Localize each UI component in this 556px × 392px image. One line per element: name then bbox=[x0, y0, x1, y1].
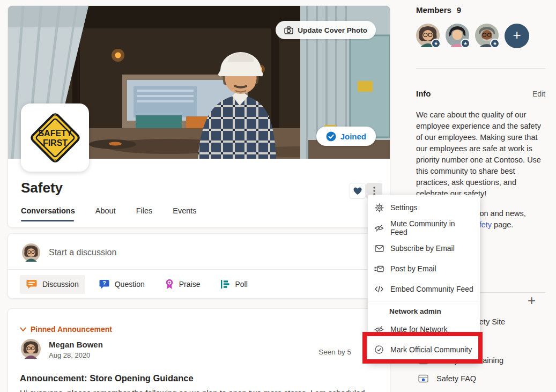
post-date: Aug 28, 2020 bbox=[49, 351, 90, 359]
composer-actions: Discussion ? Question Praise bbox=[20, 275, 254, 294]
community-header-card: Update Cover Photo Joined SAFETY FIRST bbox=[8, 5, 390, 228]
info-more-suffix: page. bbox=[492, 220, 513, 229]
menu-item-label: Subscribe by Email bbox=[390, 244, 455, 253]
post-title: Announcement: Store Opening Guidance bbox=[20, 373, 194, 383]
members-label: Members bbox=[416, 5, 451, 14]
logo-line1: SAFETY bbox=[38, 129, 72, 138]
joined-label: Joined bbox=[340, 132, 366, 141]
pinned-post-card: Pinned Announcement Megan Bowen Aug 28, … bbox=[8, 308, 390, 392]
add-pinned-link-button[interactable]: + bbox=[528, 293, 536, 307]
menu-section-network-admin: Network admin bbox=[368, 303, 480, 319]
add-member-button[interactable]: + bbox=[505, 24, 529, 48]
svg-text:?: ? bbox=[102, 280, 106, 286]
pinned-link-safety-faq[interactable]: Safety FAQ bbox=[418, 374, 476, 383]
start-discussion-input[interactable]: Start a discussion bbox=[49, 248, 116, 257]
avatar bbox=[22, 243, 40, 264]
poll-label: Poll bbox=[235, 280, 247, 289]
divider bbox=[8, 269, 391, 270]
members-count: 9 bbox=[457, 5, 461, 14]
logo-line2: FIRST bbox=[42, 138, 67, 147]
post-body: Hi everyone, please remember the followi… bbox=[20, 388, 379, 392]
menu-item-label: Post by Email bbox=[390, 264, 436, 273]
tab-about[interactable]: About bbox=[95, 206, 116, 221]
menu-item-label: Mute Community in Feed bbox=[390, 219, 473, 236]
yammer-community-page: Update Cover Photo Joined SAFETY FIRST bbox=[0, 0, 556, 392]
author-avatar[interactable] bbox=[21, 339, 41, 361]
seen-by-count[interactable]: Seen by 5 bbox=[318, 348, 351, 356]
code-icon bbox=[374, 285, 384, 293]
menu-item-settings[interactable]: Settings bbox=[368, 197, 480, 218]
discussion-label: Discussion bbox=[42, 280, 79, 289]
update-cover-photo-button[interactable]: Update Cover Photo bbox=[276, 21, 376, 39]
mail-icon bbox=[374, 245, 384, 252]
menu-item-embed-feed[interactable]: Embed Community Feed bbox=[368, 279, 480, 299]
gear-icon bbox=[374, 203, 384, 212]
community-options-menu: Settings Mute Community in Feed Subscrib… bbox=[368, 195, 480, 363]
members-header: Members 9 bbox=[416, 5, 461, 14]
admin-star-badge: ★ bbox=[431, 39, 441, 48]
community-logo: SAFETY FIRST bbox=[21, 103, 89, 172]
question-button[interactable]: ? Question bbox=[93, 275, 151, 294]
discussion-button[interactable]: Discussion bbox=[20, 275, 85, 294]
seal-check-icon bbox=[374, 345, 384, 354]
member-avatar[interactable]: ★ bbox=[475, 24, 499, 47]
pinned-announcement-label: Pinned Announcement bbox=[31, 325, 112, 334]
menu-item-mute-community[interactable]: Mute Community in Feed bbox=[368, 218, 480, 238]
praise-ribbon-icon bbox=[165, 279, 174, 290]
pinned-announcement-toggle[interactable]: Pinned Announcement bbox=[20, 325, 112, 334]
members-avatars: ★ ★ ★ + bbox=[416, 24, 529, 48]
menu-item-label: Embed Community Feed bbox=[390, 285, 473, 293]
question-label: Question bbox=[115, 280, 145, 289]
menu-item-label: Mark Official Community bbox=[390, 345, 472, 354]
joined-button[interactable]: Joined bbox=[316, 127, 376, 146]
favorite-button[interactable] bbox=[350, 183, 366, 199]
discussion-bubble-icon bbox=[26, 279, 37, 290]
menu-item-mark-official[interactable]: Mark Official Community bbox=[368, 339, 480, 360]
tab-conversations[interactable]: Conversations bbox=[21, 206, 75, 221]
update-cover-photo-label: Update Cover Photo bbox=[298, 26, 367, 34]
admin-star-badge: ★ bbox=[490, 39, 500, 48]
praise-button[interactable]: Praise bbox=[159, 275, 207, 294]
eye-off-icon bbox=[374, 224, 384, 232]
member-avatar[interactable]: ★ bbox=[416, 24, 440, 47]
community-tabs: Conversations About Files Events bbox=[21, 206, 197, 221]
check-circle-icon bbox=[326, 131, 336, 142]
menu-item-label: Mute for Network bbox=[390, 325, 448, 334]
member-avatar[interactable]: ★ bbox=[446, 24, 469, 47]
poll-button[interactable]: Poll bbox=[214, 275, 254, 293]
praise-label: Praise bbox=[179, 280, 201, 289]
vertical-dots-icon bbox=[373, 187, 375, 195]
eye-off-icon bbox=[374, 326, 384, 334]
composer-card: Start a discussion Discussion ? Question bbox=[8, 233, 390, 299]
tab-files[interactable]: Files bbox=[136, 206, 153, 221]
menu-item-post-email[interactable]: Post by Email bbox=[368, 258, 480, 279]
menu-item-label: Settings bbox=[390, 203, 418, 212]
info-heading: Info bbox=[416, 89, 431, 98]
chevron-down-icon bbox=[20, 327, 26, 332]
web-link-icon bbox=[418, 374, 428, 383]
mail-forward-icon bbox=[374, 265, 384, 272]
heart-icon bbox=[353, 187, 362, 195]
plus-icon: + bbox=[513, 27, 521, 43]
menu-item-mute-network[interactable]: Mute for Network bbox=[368, 319, 480, 339]
info-description: We care about the quality of our employe… bbox=[416, 109, 548, 199]
admin-star-badge: ★ bbox=[461, 39, 470, 48]
camera-icon bbox=[284, 26, 293, 34]
divider bbox=[416, 68, 545, 69]
poll-bars-icon bbox=[220, 279, 229, 289]
question-bubble-icon: ? bbox=[99, 279, 109, 290]
author-name[interactable]: Megan Bowen bbox=[49, 340, 103, 349]
safety-first-sign: SAFETY FIRST bbox=[26, 108, 85, 167]
pinned-link-label: Safety FAQ bbox=[436, 374, 476, 383]
active-tab-underline bbox=[21, 220, 74, 221]
page-title: Safety bbox=[21, 180, 63, 196]
menu-divider bbox=[368, 301, 480, 301]
tab-events[interactable]: Events bbox=[173, 206, 196, 221]
edit-info-link[interactable]: Edit bbox=[532, 90, 545, 98]
menu-item-subscribe-email[interactable]: Subscribe by Email bbox=[368, 238, 480, 258]
